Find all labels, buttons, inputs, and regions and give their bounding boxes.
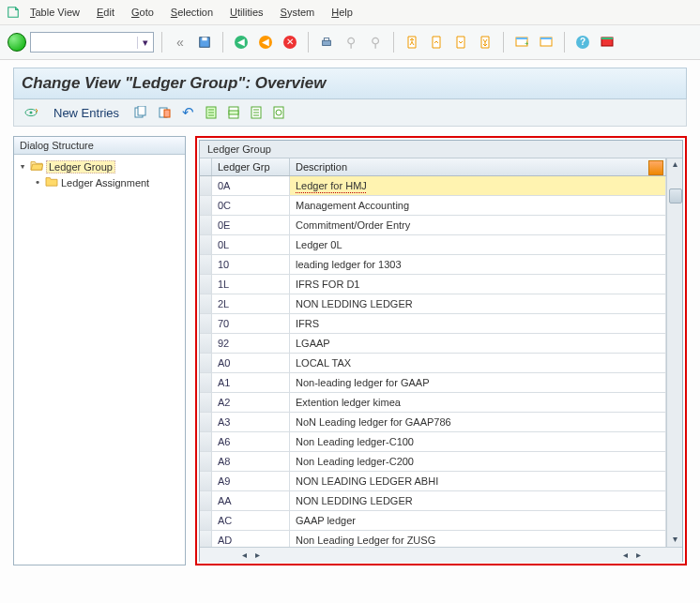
table-row[interactable]: 0CManagement Accounting <box>200 196 666 216</box>
row-selector[interactable] <box>200 432 212 451</box>
cell-description[interactable]: Ledger 0L <box>290 235 666 254</box>
other-view-button[interactable] <box>20 103 42 122</box>
table-row[interactable]: 1LIFRS FOR D1 <box>200 275 666 294</box>
back-button[interactable]: « <box>170 32 190 53</box>
table-row[interactable]: A8Non Leading ledger-C200 <box>200 452 666 472</box>
row-selector[interactable] <box>200 413 212 431</box>
menu-selection[interactable]: Selection <box>163 5 221 20</box>
table-row[interactable]: A0LOCAL TAX <box>200 354 666 373</box>
cell-ledger-grp[interactable]: 0A <box>212 176 290 195</box>
row-selector[interactable] <box>200 275 212 294</box>
menu-goto[interactable]: Goto <box>124 5 161 20</box>
cell-ledger-grp[interactable]: AC <box>212 511 290 530</box>
col-description[interactable]: Description <box>290 158 666 175</box>
scroll-right-icon[interactable]: ▸ <box>632 550 645 561</box>
cancel-button[interactable]: ✕ <box>280 32 300 53</box>
row-selector[interactable] <box>200 452 212 471</box>
collapse-icon[interactable]: ▾ <box>18 160 27 173</box>
cell-ledger-grp[interactable]: A0 <box>212 354 290 372</box>
scroll-left-icon[interactable]: ◂ <box>618 550 632 561</box>
print-button[interactable] <box>316 32 337 53</box>
table-row[interactable]: 92LGAAP <box>200 334 666 354</box>
table-row[interactable]: 10leading ledger for 1303 <box>200 255 666 275</box>
menu-edit[interactable]: Edit <box>89 5 122 20</box>
table-row[interactable]: 70IFRS <box>200 314 666 334</box>
enter-button[interactable] <box>8 33 26 52</box>
table-row[interactable]: A2Extention ledger kimea <box>200 393 666 413</box>
undo-button[interactable]: ↶ <box>179 103 197 122</box>
cell-ledger-grp[interactable]: A1 <box>212 373 290 392</box>
cell-description[interactable]: Non-leading ledger for GAAP <box>290 373 666 392</box>
cell-description[interactable]: Commitment/Order Entry <box>290 216 666 234</box>
vertical-scrollbar[interactable]: ▴ ▾ <box>666 158 682 547</box>
cell-ledger-grp[interactable]: 70 <box>212 314 290 333</box>
cell-description[interactable]: NON LEDDING LEDGER <box>290 491 666 510</box>
config-button[interactable] <box>270 103 287 122</box>
row-selector[interactable] <box>200 472 212 490</box>
chevron-down-icon[interactable]: ▾ <box>137 37 153 49</box>
row-selector[interactable] <box>200 531 212 547</box>
select-block-button[interactable] <box>225 103 242 122</box>
cell-description[interactable]: leading ledger for 1303 <box>290 255 666 274</box>
row-selector[interactable] <box>200 294 212 313</box>
row-selector[interactable] <box>200 373 212 392</box>
table-row[interactable]: ADNon Leading Ledger for ZUSG <box>200 531 666 547</box>
cell-description[interactable]: Non Leading Ledger for ZUSG <box>290 531 666 547</box>
cell-ledger-grp[interactable]: 92 <box>212 334 290 353</box>
shortcut-button[interactable] <box>536 32 556 53</box>
cell-ledger-grp[interactable]: A8 <box>212 452 290 471</box>
row-selector[interactable] <box>200 334 212 353</box>
cell-ledger-grp[interactable]: AA <box>212 491 290 510</box>
menu-utilities[interactable]: Utilities <box>222 5 270 20</box>
row-selector[interactable] <box>200 235 212 254</box>
cell-ledger-grp[interactable]: AD <box>212 531 290 547</box>
cell-ledger-grp[interactable]: A2 <box>212 393 290 412</box>
command-field[interactable]: ▾ <box>30 32 154 53</box>
cell-description[interactable]: NON LEADING LEDGER ABHI <box>290 472 666 490</box>
cell-ledger-grp[interactable]: 2L <box>212 294 290 313</box>
tree-node-ledger-group[interactable]: ▾ Ledger Group <box>18 158 181 174</box>
exit-button[interactable]: ◀ <box>255 32 276 53</box>
row-selector[interactable] <box>200 393 212 412</box>
menu-table-view[interactable]: Table View <box>23 5 87 20</box>
row-selector[interactable] <box>200 176 212 195</box>
cell-description[interactable]: IFRS <box>290 314 666 333</box>
scroll-thumb[interactable] <box>669 188 682 204</box>
cell-ledger-grp[interactable]: 0E <box>212 216 290 234</box>
table-row[interactable]: ACGAAP ledger <box>200 511 666 531</box>
cell-ledger-grp[interactable]: A9 <box>212 472 290 490</box>
cell-description[interactable]: Non Leading ledger-C100 <box>290 432 666 451</box>
cell-ledger-grp[interactable]: 1L <box>212 275 290 294</box>
row-selector-header[interactable] <box>200 158 212 175</box>
row-selector[interactable] <box>200 255 212 274</box>
cell-description[interactable]: Management Accounting <box>290 196 666 215</box>
table-row[interactable]: 0ECommitment/Order Entry <box>200 216 666 235</box>
last-page-button[interactable] <box>475 32 495 53</box>
select-all-button[interactable] <box>203 103 220 122</box>
back-nav-button[interactable]: ◀ <box>231 32 251 53</box>
cell-description[interactable]: IFRS FOR D1 <box>290 275 666 294</box>
copy-as-button[interactable] <box>130 103 149 122</box>
table-row[interactable]: 0LLedger 0L <box>200 235 666 255</box>
find-button[interactable]: ⚲ <box>341 32 361 53</box>
table-row[interactable]: 2LNON LEDDING LEDGER <box>200 294 666 314</box>
row-selector[interactable] <box>200 354 212 372</box>
row-selector[interactable] <box>200 491 212 510</box>
cell-ledger-grp[interactable]: 0L <box>212 235 290 254</box>
cell-description[interactable]: NoN Leading ledger for GAAP786 <box>290 413 666 431</box>
cell-description[interactable]: LGAAP <box>290 334 666 353</box>
first-page-button[interactable] <box>402 32 422 53</box>
table-row[interactable]: A1Non-leading ledger for GAAP <box>200 373 666 393</box>
cell-description[interactable]: GAAP ledger <box>290 511 666 530</box>
table-settings-icon[interactable] <box>648 160 663 175</box>
table-row[interactable]: A3NoN Leading ledger for GAAP786 <box>200 413 666 432</box>
scroll-right-icon[interactable]: ▸ <box>251 550 264 561</box>
cell-description[interactable]: Ledger for HMJ <box>290 176 666 195</box>
menu-system[interactable]: System <box>273 5 323 20</box>
scroll-up-icon[interactable]: ▴ <box>668 158 681 172</box>
cell-description[interactable]: Extention ledger kimea <box>290 393 666 412</box>
table-row[interactable]: A9NON LEADING LEDGER ABHI <box>200 472 666 491</box>
scroll-left-icon[interactable]: ◂ <box>237 550 251 561</box>
row-selector[interactable] <box>200 314 212 333</box>
find-next-button[interactable]: ⚲ <box>365 32 386 53</box>
